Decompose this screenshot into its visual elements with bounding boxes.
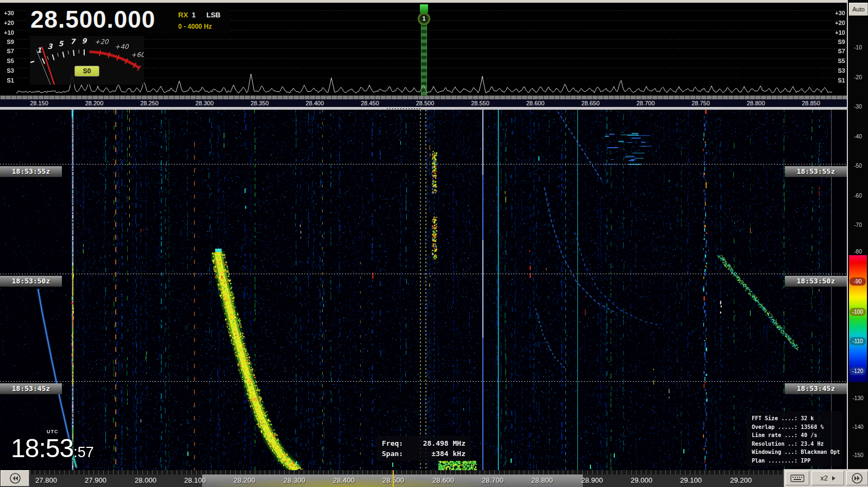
db-scale-label: -60 [848,193,868,199]
db-scale-label: -50 [848,163,868,169]
db-scale-badge: -110 [850,337,866,345]
bottom-freq-label: 28.200 [234,476,255,484]
db-scale-label: -40 [848,134,868,140]
db-scale-badge: -90 [850,277,866,286]
resume-scroll-button[interactable] [846,471,868,485]
spectrum-db-label: +10 [0,29,14,36]
waterfall-canvas[interactable] [0,110,848,471]
clock-seconds: :57 [73,444,94,461]
fft-info-line: Overlap .....: 13568 % [752,423,842,432]
db-scale-label: -30 [848,104,868,110]
spectrum-db-label: +10 [830,29,845,36]
svg-text:7: 7 [70,37,76,46]
spectrum-db-label: +30 [0,10,14,16]
clock-hours-minutes: 18:53 [11,434,73,463]
spectrum-freq-label: 28.150 [30,99,48,107]
bottom-freq-label: 28.000 [135,476,156,484]
s-meter: 1 3 5 7 9 +20 +40 +60 S0 [30,36,144,85]
keyboard-entry-button[interactable] [785,471,809,485]
cursor-freq-value: 28.498 MHz [423,438,466,448]
fft-info-box: FFT Size ....: 32 kOverlap .....: 13568 … [746,411,842,466]
spectrum-db-label: S7 [0,48,14,54]
db-scale-label: -140 [848,424,868,430]
bottom-frequency-bar: 27.80027.90028.00028.10028.20028.30028.4… [0,470,868,487]
spectrum-db-label: S9 [830,39,845,45]
db-scale-label: -20 [848,74,868,80]
db-scale-label: -130 [848,395,868,401]
rx-label: RX [178,11,188,19]
scroll-left-button[interactable] [1,470,29,486]
spectrum-db-label: S9 [0,39,14,45]
spectrum-freq-label: 28.500 [416,99,435,107]
bottom-freq-label: 27.900 [85,476,106,484]
time-label-left: 18:53:50z [0,276,62,287]
spectrum-db-label: S1 [830,77,845,84]
vfo-display: 28.500.000 RX 1 LSB 0 - 4000 Hz [27,6,229,34]
passband-indicator [387,108,422,109]
spectrum-freq-label: 28.550 [471,99,489,107]
zoom-step-button[interactable]: x2 [812,471,844,485]
spectrum-db-label: S5 [0,58,14,64]
svg-text:5: 5 [58,40,64,48]
svg-text:9: 9 [81,37,87,45]
waterfall-colour-gradient[interactable] [849,255,867,382]
fft-info-line: Resolution ..: 23.4 Hz [752,440,842,448]
db-scale-label: -80 [848,249,868,255]
bottom-frequency-scale[interactable]: 27.80027.90028.00028.10028.20028.30028.4… [30,475,784,487]
spectrum-freq-label: 28.450 [361,99,379,107]
spectrum-freq-label: 28.300 [196,99,214,107]
bottom-freq-label: 28.400 [333,476,355,484]
spectrum-db-label: S1 [0,77,14,84]
spectrum-freq-label: 28.700 [637,99,655,107]
bottom-freq-label: 29.100 [680,476,702,484]
spectrum-freq-label: 28.200 [85,99,104,107]
spectrum-freq-label: 28.350 [250,99,269,107]
auto-range-button[interactable]: Auto [849,3,868,16]
svg-text:3: 3 [47,42,53,50]
db-scale-label: -70 [848,222,868,228]
fft-info-line: Line rate ...: 40 /s [752,431,842,440]
bottom-freq-label: 28.100 [184,476,206,484]
s-meter-min-mark [30,61,34,62]
vfo-frequency[interactable]: 28.500.000 [30,6,155,33]
svg-text:+60: +60 [131,51,144,59]
spectrum-freq-label: 28.750 [691,99,710,107]
s-meter-value-badge: S0 [74,66,99,77]
bottom-freq-label: 28.900 [581,476,603,484]
spectrum-freq-label: 28.650 [581,99,600,107]
db-scale-badge: -120 [850,367,866,375]
bottom-tick-strip[interactable] [30,470,784,475]
bottom-freq-label: 28.300 [284,476,305,484]
spectrum-tick-strip[interactable] [0,96,847,99]
tuning-marker-badge[interactable]: 1 [418,12,430,25]
spectrum-db-label: +20 [830,20,845,26]
time-label-right: 18:53:50z [785,276,847,287]
db-scale-badge: -100 [850,308,866,316]
spectrum-db-label: +20 [0,20,14,26]
bottom-freq-label: 28.600 [432,476,454,484]
spectrum-freq-label: 28.250 [140,99,159,107]
spectrum-db-label: S3 [830,67,845,74]
tuned-frequency-tick [393,470,394,487]
cursor-info-box: Freq: 28.498 MHz Span: ±384 kHz [376,436,471,461]
spectrum-db-label: S5 [830,58,845,64]
time-label-left: 18:53:45z [0,383,62,394]
spectrum-db-label: +30 [830,10,845,16]
bottom-freq-label: 29.000 [631,476,652,484]
utc-clock: 18:53 :57 [11,434,94,463]
mode-label[interactable]: LSB [206,11,221,19]
spectrum-frequency-scale[interactable]: 28.15028.20028.25028.30028.35028.40028.4… [0,99,847,107]
time-label-right: 18:53:45z [785,383,847,394]
fft-info-line: Windowing ...: Blackman Opt [752,448,842,457]
db-colour-scale: Auto -10-20-30-40-50-60-70-80-90-100-110… [848,0,868,470]
tuning-marker-bar[interactable] [421,14,427,98]
bottom-freq-label: 28.700 [482,476,504,484]
bottom-right-controls: x2 [784,469,868,487]
bottom-freq-label: 29.200 [730,476,752,484]
svg-text:+20: +20 [95,38,109,46]
fft-info-line: FFT Size ....: 32 k [752,414,842,423]
spectrum-freq-label: 28.850 [802,99,820,107]
time-label-right: 18:53:55z [785,166,847,177]
spectrum-freq-label: 28.600 [526,99,545,107]
spectrum-db-label: S7 [830,48,845,54]
